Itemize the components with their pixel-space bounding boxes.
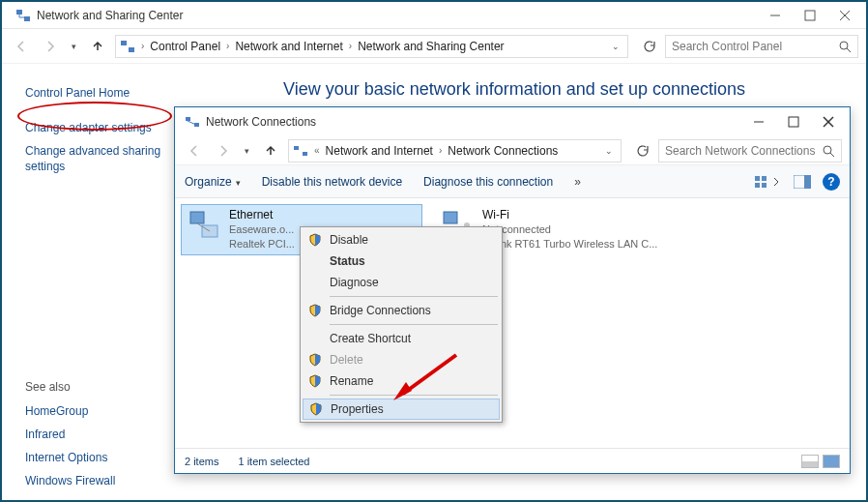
diagnose-connection-button[interactable]: Diagnose this connection <box>423 175 553 189</box>
svg-point-8 <box>840 42 848 49</box>
shield-icon <box>308 374 322 388</box>
inner-search-input[interactable]: Search Network Connections <box>658 139 842 162</box>
tiles-view-button[interactable] <box>823 455 840 468</box>
organize-button[interactable]: Organize▾ <box>185 175 241 189</box>
ctx-rename[interactable]: Rename <box>303 370 500 392</box>
see-also-heading: See also <box>25 380 166 394</box>
inner-back-button[interactable] <box>183 139 206 162</box>
svg-line-9 <box>847 48 851 52</box>
svg-line-20 <box>830 153 834 157</box>
view-options-button[interactable] <box>755 174 782 190</box>
chevron-right-icon[interactable]: « <box>312 145 322 156</box>
preview-pane-button[interactable] <box>794 175 811 189</box>
ctx-properties[interactable]: Properties <box>303 399 500 420</box>
seealso-internet-options-link[interactable]: Internet Options <box>25 450 166 465</box>
svg-rect-0 <box>16 10 22 15</box>
inner-breadcrumb[interactable]: « Network and Internet › Network Connect… <box>288 139 622 162</box>
separator <box>330 324 498 325</box>
breadcrumb-control-panel[interactable]: Control Panel <box>146 40 224 53</box>
svg-rect-26 <box>804 175 811 189</box>
separator <box>330 395 498 396</box>
ctx-disable[interactable]: Disable <box>303 229 500 251</box>
adapter-line3: Realtek PCI... <box>229 237 295 251</box>
inner-breadcrumb-icon <box>293 143 308 159</box>
svg-rect-3 <box>805 11 815 20</box>
refresh-button[interactable] <box>638 36 659 57</box>
shield-icon <box>308 304 322 317</box>
inner-refresh-button[interactable] <box>631 140 652 162</box>
inner-maximize-button[interactable] <box>776 111 811 133</box>
back-button[interactable] <box>10 35 33 58</box>
inner-up-button[interactable] <box>259 139 282 162</box>
search-input[interactable]: Search Control Panel <box>665 35 858 58</box>
more-tools-button[interactable]: » <box>574 175 581 189</box>
inner-breadcrumb-b[interactable]: Network Connections <box>444 144 562 158</box>
inner-window-title: Network Connections <box>206 115 316 129</box>
seealso-windows-firewall-link[interactable]: Windows Firewall <box>25 473 166 488</box>
search-placeholder: Search Control Panel <box>672 40 782 53</box>
control-panel-home-link[interactable]: Control Panel Home <box>25 85 166 101</box>
status-item-count: 2 items <box>185 456 218 467</box>
svg-rect-14 <box>789 117 798 127</box>
adapter-line2: Easeware.o... <box>229 222 295 237</box>
shield-icon <box>308 233 322 247</box>
inner-history-dropdown[interactable]: ▾ <box>241 146 253 156</box>
svg-rect-24 <box>762 183 767 188</box>
details-view-button[interactable] <box>801 455 819 468</box>
history-dropdown[interactable]: ▾ <box>68 42 80 51</box>
search-icon[interactable] <box>838 40 852 53</box>
breadcrumb-dropdown[interactable]: ⌄ <box>608 42 623 51</box>
inner-breadcrumb-a[interactable]: Network and Internet <box>322 144 437 158</box>
chevron-right-icon[interactable]: › <box>347 41 354 51</box>
search-icon[interactable] <box>822 144 835 158</box>
ctx-shortcut[interactable]: Create Shortcut <box>303 328 500 349</box>
breadcrumb-network-internet[interactable]: Network and Internet <box>231 40 346 53</box>
adapter-name: Wi-Fi <box>482 208 657 222</box>
status-selected-count: 1 item selected <box>238 456 309 467</box>
inner-forward-button[interactable] <box>212 139 235 162</box>
shield-icon <box>308 353 322 367</box>
inner-breadcrumb-dropdown[interactable]: ⌄ <box>601 146 617 156</box>
inner-minimize-button[interactable] <box>741 111 776 133</box>
svg-rect-7 <box>129 47 134 52</box>
adapter-name: Ethernet <box>229 208 295 222</box>
change-adapter-settings-link[interactable]: Change adapter settings <box>25 120 166 135</box>
svg-rect-10 <box>186 117 190 121</box>
seealso-infrared-link[interactable]: Infrared <box>25 427 166 442</box>
ctx-delete[interactable]: Delete <box>303 349 500 370</box>
separator <box>330 296 498 297</box>
ctx-status[interactable]: Status <box>303 251 500 272</box>
disable-device-button[interactable]: Disable this network device <box>262 175 402 189</box>
ctx-bridge[interactable]: Bridge Connections <box>303 300 500 321</box>
chevron-down-icon: ▾ <box>236 178 241 188</box>
svg-rect-17 <box>294 146 299 150</box>
help-button[interactable]: ? <box>823 173 840 191</box>
svg-point-19 <box>824 146 831 154</box>
chevron-right-icon[interactable]: › <box>224 41 231 51</box>
window-title: Network and Sharing Center <box>37 9 183 22</box>
close-button[interactable] <box>827 5 862 26</box>
adapter-line3: Ralink RT61 Turbo Wireless LAN C... <box>482 237 657 251</box>
svg-rect-21 <box>755 176 760 181</box>
svg-rect-18 <box>303 152 307 156</box>
chevron-right-icon[interactable]: › <box>437 145 444 156</box>
minimize-button[interactable] <box>758 5 793 26</box>
ctx-diagnose[interactable]: Diagnose <box>303 272 500 293</box>
breadcrumb-network-sharing[interactable]: Network and Sharing Center <box>354 40 507 53</box>
chevron-right-icon[interactable]: › <box>139 41 146 51</box>
svg-rect-6 <box>121 41 127 45</box>
svg-rect-27 <box>190 212 204 223</box>
network-connections-window: Network Connections ▾ « Network and Inte… <box>174 106 851 474</box>
context-menu: Disable Status Diagnose Bridge Connectio… <box>300 226 503 423</box>
change-advanced-sharing-link[interactable]: Change advanced sharing settings <box>25 143 166 174</box>
inner-close-button[interactable] <box>811 111 846 133</box>
seealso-homegroup-link[interactable]: HomeGroup <box>25 403 166 419</box>
up-button[interactable] <box>86 35 109 58</box>
breadcrumb[interactable]: › Control Panel › Network and Internet ›… <box>115 35 628 58</box>
breadcrumb-icon <box>120 39 135 54</box>
page-title: View your basic network information and … <box>182 79 847 100</box>
shield-icon <box>309 402 323 416</box>
svg-rect-22 <box>762 176 767 181</box>
forward-button[interactable] <box>39 35 62 58</box>
maximize-button[interactable] <box>793 5 827 26</box>
